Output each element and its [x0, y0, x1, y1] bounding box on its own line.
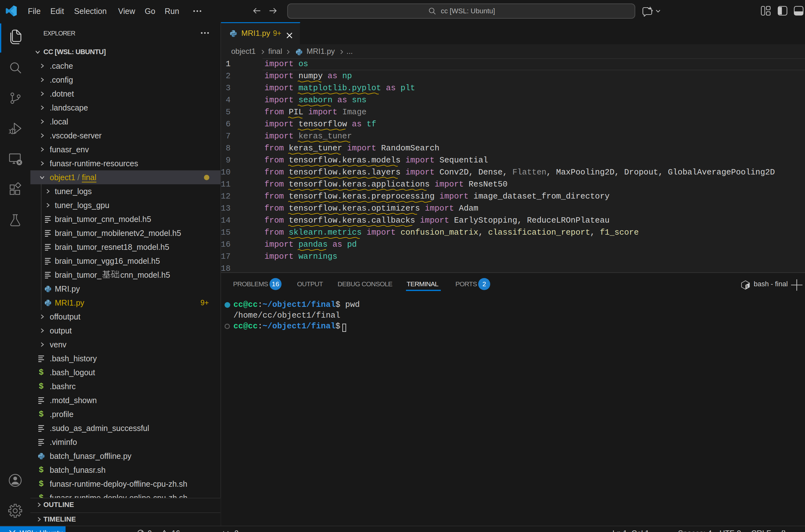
- svg-text:$: $: [746, 285, 748, 288]
